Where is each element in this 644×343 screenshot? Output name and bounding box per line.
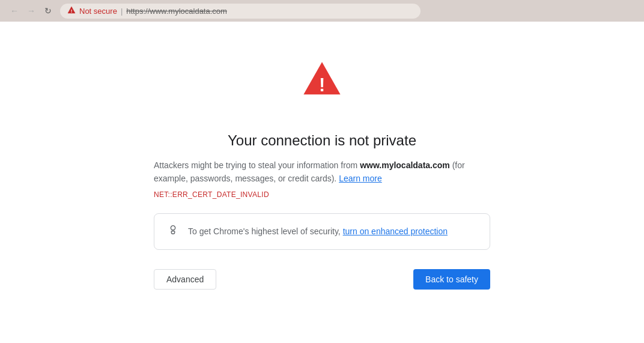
browser-toolbar: ← → ↻ ! Not secure | https://www.mylocal…	[0, 0, 644, 22]
learn-more-link[interactable]: Learn more	[339, 174, 382, 183]
bulb-icon	[166, 223, 180, 240]
address-divider: |	[121, 7, 123, 16]
security-hint-text: To get Chrome's highest level of securit…	[188, 225, 448, 238]
security-hint-box: To get Chrome's highest level of securit…	[154, 213, 490, 250]
svg-text:!: !	[319, 74, 325, 95]
svg-point-3	[171, 225, 175, 229]
forward-icon: →	[27, 6, 35, 16]
warning-icon: !	[300, 58, 344, 118]
not-secure-icon: !	[67, 6, 76, 16]
back-icon: ←	[10, 6, 19, 16]
reload-button[interactable]: ↻	[41, 4, 55, 18]
advanced-button[interactable]: Advanced	[154, 269, 216, 290]
main-content: ! Your connection is not private Attacke…	[0, 22, 644, 343]
domain-bold: www.mylocaldata.com	[360, 160, 450, 170]
not-secure-label: Not secure	[79, 7, 117, 16]
enhanced-protection-link[interactable]: turn on enhanced protection	[343, 226, 448, 236]
button-row: Advanced Back to safety	[154, 269, 490, 290]
description: Attackers might be trying to steal your …	[154, 159, 490, 186]
page-title: Your connection is not private	[228, 132, 416, 149]
address-bar[interactable]: ! Not secure | https://www.mylocaldata.c…	[60, 4, 421, 19]
back-button[interactable]: ←	[7, 4, 22, 18]
security-hint-prefix: To get Chrome's highest level of securit…	[188, 226, 343, 236]
nav-buttons: ← → ↻	[7, 4, 55, 18]
url-text: https://www.mylocaldata.com	[126, 7, 227, 16]
forward-button[interactable]: →	[24, 4, 38, 18]
back-to-safety-button[interactable]: Back to safety	[413, 269, 490, 290]
reload-icon: ↻	[44, 6, 52, 16]
error-code: NET::ERR_CERT_DATE_INVALID	[154, 190, 490, 199]
description-prefix: Attackers might be trying to steal your …	[154, 160, 360, 170]
svg-text:!: !	[71, 8, 73, 14]
